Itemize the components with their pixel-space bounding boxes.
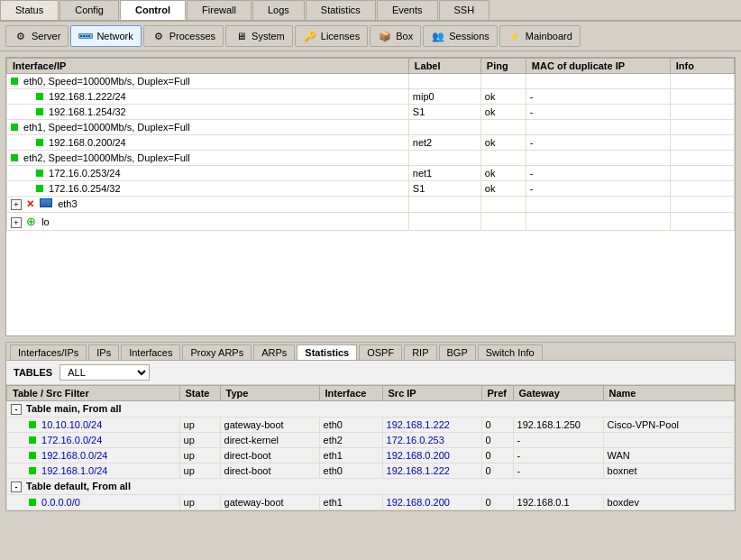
btn-server[interactable]: ⚙ Server: [5, 25, 69, 47]
route-type: direct-kernel: [220, 433, 319, 448]
mac: -: [526, 181, 670, 197]
svg-rect-5: [88, 35, 90, 37]
route-gateway: 192.168.0.1: [513, 495, 603, 510]
btn-box[interactable]: 📦 Box: [370, 25, 421, 47]
route-state: up: [179, 495, 220, 510]
tab-status[interactable]: Status: [0, 0, 59, 20]
network-icon: [78, 29, 93, 43]
route-link[interactable]: 10.10.10.0/24: [41, 419, 102, 430]
expand-icon[interactable]: -: [11, 482, 22, 492]
route-type: gateway-boot: [220, 495, 319, 510]
interface-name: eth2, Speed=10000Mb/s, Duplex=Full: [23, 152, 190, 163]
route-name: boxnet: [603, 464, 734, 479]
info: [670, 181, 734, 197]
tab-logs[interactable]: Logs: [252, 0, 305, 20]
route-name: [603, 433, 734, 448]
interface-name: 172.16.0.254/32: [49, 183, 121, 194]
status-indicator: [29, 436, 36, 444]
route-pref: 0: [481, 448, 513, 464]
tab-proxy-arps[interactable]: Proxy ARPs: [182, 344, 252, 360]
info: [670, 89, 734, 105]
ping: [480, 74, 526, 89]
status-indicator: [36, 185, 43, 192]
licenses-icon: 🔑: [303, 29, 317, 43]
route-link[interactable]: 192.168.1.0/24: [41, 465, 107, 476]
tab-interfaces-ips[interactable]: Interfaces/IPs: [10, 344, 87, 360]
route-link[interactable]: 172.16.0.0/24: [41, 435, 102, 445]
btn-licenses-label: Licenses: [321, 31, 360, 41]
route-filter: 192.168.0.0/24: [7, 448, 180, 464]
tab-ospf[interactable]: OSPF: [359, 344, 402, 360]
status-indicator: [11, 154, 18, 161]
col-mac: MAC of duplicate IP: [526, 59, 670, 74]
tab-rip[interactable]: RIP: [404, 344, 436, 360]
btn-sessions[interactable]: 👥 Sessions: [423, 25, 498, 47]
expand-icon[interactable]: -: [11, 404, 22, 415]
interface-table: Interface/IP Label Ping MAC of duplicate…: [6, 58, 735, 231]
tables-label: TABLES: [14, 367, 52, 378]
col-state: State: [179, 386, 220, 401]
label: [408, 120, 480, 135]
btn-system[interactable]: 🖥 System: [225, 25, 293, 47]
route-filter: 10.10.10.0/24: [7, 418, 180, 433]
routes-panel: Table / Src Filter State Type Interface …: [6, 385, 735, 510]
status-indicator: [36, 170, 43, 177]
tab-events[interactable]: Events: [377, 0, 438, 20]
col-pref: Pref: [481, 386, 513, 401]
label: [408, 74, 480, 89]
btn-mainboard[interactable]: ⚡ Mainboard: [499, 25, 581, 47]
route-filter: 0.0.0.0/0: [7, 495, 180, 510]
label: net2: [408, 135, 480, 151]
btn-licenses[interactable]: 🔑 Licenses: [295, 25, 368, 47]
top-tab-bar: Status Config Control Firewall Logs Stat…: [0, 0, 741, 22]
processes-icon: ⚙: [151, 29, 166, 43]
route-link[interactable]: 0.0.0.0/0: [41, 497, 80, 508]
btn-network[interactable]: Network: [70, 25, 141, 47]
route-filter: 172.16.0.0/24: [7, 433, 180, 448]
tab-ssh[interactable]: SSH: [439, 0, 490, 20]
tab-statistics[interactable]: Statistics: [306, 0, 376, 20]
ping: [480, 151, 526, 166]
label: mip0: [408, 89, 480, 105]
sessions-icon: 👥: [431, 29, 445, 43]
col-name: Name: [603, 386, 734, 401]
expand-icon[interactable]: +: [11, 217, 22, 228]
table-row: 172.16.0.0/24 up direct-kernel eth2 172.…: [7, 433, 735, 448]
route-srcip: 192.168.1.222: [382, 464, 481, 479]
mac: -: [526, 135, 670, 151]
route-pref: 0: [481, 433, 513, 448]
route-gateway: -: [513, 448, 603, 464]
route-name: WAN: [603, 448, 734, 464]
interface-name: 172.16.0.253/24: [49, 168, 121, 179]
route-link[interactable]: 192.168.0.0/24: [41, 450, 107, 461]
route-interface: eth1: [319, 495, 382, 510]
tab-config[interactable]: Config: [59, 0, 119, 20]
svg-rect-3: [83, 35, 85, 37]
tab-switch-info[interactable]: Switch Info: [478, 344, 543, 360]
info: [670, 166, 734, 181]
ping: ok: [480, 135, 526, 151]
table-row: 192.168.0.0/24 up direct-boot eth1 192.1…: [7, 448, 735, 464]
tab-firewall[interactable]: Firewall: [187, 0, 252, 20]
status-indicator: [36, 93, 43, 100]
tab-ips[interactable]: IPs: [88, 344, 119, 360]
tables-filter-select[interactable]: ALL: [59, 364, 150, 381]
expand-icon[interactable]: +: [11, 199, 22, 210]
tab-bgp[interactable]: BGP: [439, 344, 476, 360]
disabled-icon: ✕: [26, 198, 34, 209]
btn-processes[interactable]: ⚙ Processes: [143, 25, 224, 47]
route-name: boxdev: [603, 495, 734, 510]
route-gateway: -: [513, 433, 603, 448]
interface-name: eth0, Speed=10000Mb/s, Duplex=Full: [23, 76, 190, 87]
btn-system-label: System: [252, 31, 285, 41]
route-interface: eth0: [319, 418, 382, 433]
ping: ok: [480, 89, 526, 105]
route-srcip: 172.16.0.253: [382, 433, 481, 448]
route-interface: eth0: [319, 464, 382, 479]
tab-arps[interactable]: ARPs: [253, 344, 295, 360]
ping: ok: [480, 166, 526, 181]
route-srcip: 192.168.0.200: [382, 448, 481, 464]
tab-interfaces[interactable]: Interfaces: [121, 344, 180, 360]
tab-statistics[interactable]: Statistics: [297, 344, 357, 360]
tab-control[interactable]: Control: [120, 0, 186, 20]
